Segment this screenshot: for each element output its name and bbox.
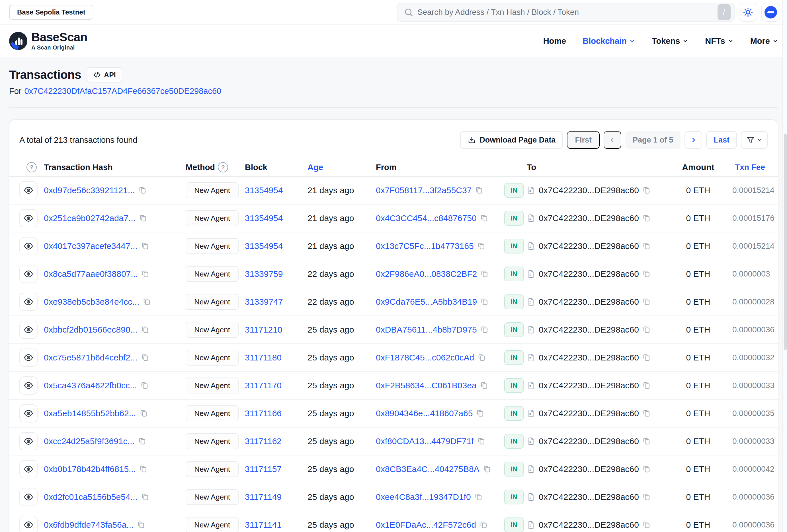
transaction-hash-link[interactable]: 0xd2fc01ca5156b5e54...	[44, 492, 137, 502]
copy-icon[interactable]	[480, 520, 488, 529]
method-button[interactable]: New Agent	[186, 210, 239, 226]
method-button[interactable]: New Agent	[186, 517, 239, 532]
block-link[interactable]: 31354954	[245, 185, 283, 195]
transaction-hash-link[interactable]: 0xb0b178b42b4ff6815...	[44, 464, 136, 474]
copy-icon[interactable]	[642, 326, 651, 334]
block-link[interactable]: 31339759	[245, 269, 283, 279]
preview-transaction-button[interactable]	[19, 265, 38, 283]
download-page-data-button[interactable]: Download Page Data	[460, 131, 563, 149]
api-button[interactable]: API	[87, 67, 122, 83]
transaction-hash-link[interactable]: 0xa5eb14855b52bb62...	[44, 408, 136, 418]
copy-icon[interactable]	[480, 326, 489, 334]
preview-transaction-button[interactable]	[19, 349, 38, 367]
copy-icon[interactable]	[480, 381, 489, 390]
method-button[interactable]: New Agent	[186, 350, 239, 365]
copy-icon[interactable]	[141, 326, 149, 334]
scrollbar-thumb[interactable]	[784, 134, 787, 350]
copy-icon[interactable]	[141, 270, 150, 278]
copy-icon[interactable]	[141, 381, 149, 390]
last-page-button[interactable]: Last	[706, 131, 737, 149]
copy-icon[interactable]	[642, 520, 651, 529]
preview-transaction-button[interactable]	[19, 320, 38, 339]
method-button[interactable]: New Agent	[186, 405, 239, 421]
from-address-link[interactable]: 0x2F986eA0...0838C2BF2	[376, 269, 477, 279]
block-link[interactable]: 31171170	[245, 381, 282, 390]
preview-transaction-button[interactable]	[19, 488, 38, 506]
copy-icon[interactable]	[483, 465, 491, 473]
copy-icon[interactable]	[477, 242, 486, 250]
copy-icon[interactable]	[137, 520, 146, 529]
search-input[interactable]	[418, 8, 714, 17]
from-address-link[interactable]: 0xF1878C45...c062c0cAd	[376, 353, 474, 362]
method-button[interactable]: New Agent	[186, 489, 239, 505]
copy-icon[interactable]	[480, 270, 489, 278]
help-icon[interactable]: ?	[26, 162, 37, 172]
first-page-button[interactable]: First	[567, 131, 600, 149]
transaction-hash-link[interactable]: 0xd97de56c33921121...	[44, 185, 135, 195]
search-bar[interactable]: /	[397, 3, 735, 22]
brand[interactable]: BaseScan A Scan Original	[9, 31, 87, 51]
method-button[interactable]: New Agent	[186, 182, 239, 198]
copy-icon[interactable]	[642, 465, 651, 473]
from-address-link[interactable]: 0xee4C8a3f...19347D1f0	[376, 492, 471, 502]
from-address-link[interactable]: 0xF2B58634...C061B03ea	[376, 381, 477, 390]
from-address-link[interactable]: 0x9Cda76E5...A5bb34B19	[376, 297, 477, 307]
transaction-hash-link[interactable]: 0xbbcf2db01566ec890...	[44, 325, 137, 335]
nav-more[interactable]: More	[750, 37, 779, 46]
copy-icon[interactable]	[474, 493, 483, 501]
copy-icon[interactable]	[480, 214, 489, 222]
from-address-link[interactable]: 0x8904346e...418607a65	[376, 408, 473, 418]
column-txn-fee[interactable]: Txn Fee	[735, 163, 765, 172]
theme-toggle-button[interactable]	[739, 3, 758, 22]
copy-icon[interactable]	[642, 270, 651, 278]
copy-icon[interactable]	[642, 297, 651, 306]
preview-transaction-button[interactable]	[19, 460, 38, 478]
copy-icon[interactable]	[642, 437, 651, 445]
transaction-hash-link[interactable]: 0xe938eb5cb3e84e4cc...	[44, 297, 139, 307]
method-button[interactable]: New Agent	[186, 433, 239, 449]
copy-icon[interactable]	[642, 214, 651, 222]
block-link[interactable]: 31339747	[245, 297, 283, 306]
copy-icon[interactable]	[642, 409, 651, 418]
copy-icon[interactable]	[642, 353, 651, 362]
from-address-link[interactable]: 0xDBA75611...4b8b7D975	[376, 325, 477, 335]
block-link[interactable]: 31171157	[245, 464, 282, 474]
method-button[interactable]: New Agent	[186, 378, 239, 394]
method-button[interactable]: New Agent	[186, 266, 239, 282]
nav-home[interactable]: Home	[543, 37, 566, 46]
copy-icon[interactable]	[642, 381, 651, 390]
transaction-hash-link[interactable]: 0x8ca5d77aae0f38807...	[44, 269, 138, 279]
transaction-hash-link[interactable]: 0x6fdb9dfde743fa56a...	[44, 520, 133, 530]
copy-icon[interactable]	[642, 186, 651, 195]
block-link[interactable]: 31171162	[245, 437, 282, 446]
copy-icon[interactable]	[141, 353, 149, 362]
block-link[interactable]: 31354954	[245, 213, 283, 223]
copy-icon[interactable]	[476, 409, 485, 418]
from-address-link[interactable]: 0x8CB3Ea4C...404275B8A	[376, 464, 480, 474]
block-link[interactable]: 31171149	[245, 492, 282, 502]
from-address-link[interactable]: 0x7F058117...3f2a55C37	[376, 185, 471, 195]
nav-tokens[interactable]: Tokens	[652, 37, 688, 46]
preview-transaction-button[interactable]	[19, 376, 38, 395]
column-age[interactable]: Age	[307, 163, 376, 172]
method-button[interactable]: New Agent	[186, 238, 239, 254]
from-address-link[interactable]: 0x4C3CC454...c84876750	[376, 213, 477, 223]
copy-icon[interactable]	[143, 297, 151, 306]
copy-icon[interactable]	[477, 437, 486, 445]
method-button[interactable]: New Agent	[186, 461, 239, 477]
copy-icon[interactable]	[642, 242, 651, 250]
transaction-hash-link[interactable]: 0x5ca4376a4622fb0cc...	[44, 381, 137, 390]
copy-icon[interactable]	[138, 437, 147, 445]
copy-icon[interactable]	[139, 186, 147, 195]
preview-transaction-button[interactable]	[19, 516, 38, 532]
nav-nfts[interactable]: NFTs	[705, 37, 733, 46]
block-link[interactable]: 31171210	[245, 325, 282, 334]
previous-page-button[interactable]	[604, 131, 621, 149]
network-selector-button[interactable]: Base Sepolia Testnet	[9, 5, 93, 20]
from-address-link[interactable]: 0x1E0FDaAc...42F572c6d	[376, 520, 476, 530]
block-link[interactable]: 31171180	[245, 353, 282, 362]
copy-icon[interactable]	[141, 493, 149, 501]
preview-transaction-button[interactable]	[19, 293, 38, 311]
copy-icon[interactable]	[139, 214, 148, 222]
block-link[interactable]: 31171166	[245, 408, 282, 418]
